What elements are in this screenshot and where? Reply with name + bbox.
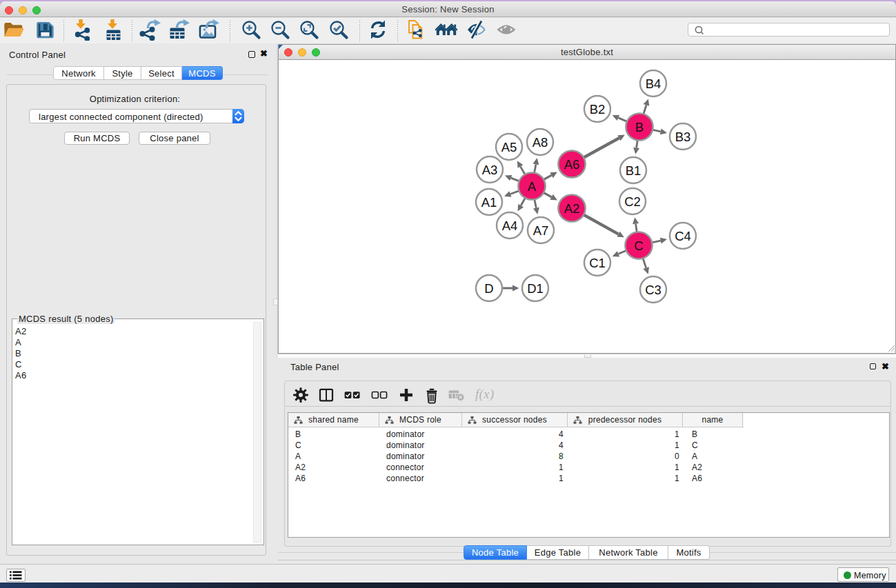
svg-text:B: B (635, 120, 644, 134)
svg-text:A2: A2 (564, 201, 580, 216)
svg-text:A3: A3 (482, 163, 498, 177)
svg-text:B1: B1 (626, 163, 641, 178)
svg-text:A: A (528, 179, 537, 194)
svg-text:B2: B2 (590, 102, 606, 116)
svg-text:C1: C1 (589, 256, 606, 270)
svg-text:D: D (484, 281, 493, 296)
svg-text:A5: A5 (501, 140, 517, 154)
svg-text:C: C (634, 239, 643, 253)
svg-text:A8: A8 (532, 135, 548, 150)
svg-text:B3: B3 (675, 130, 691, 144)
svg-text:A6: A6 (564, 157, 580, 172)
svg-text:A1: A1 (481, 195, 497, 210)
svg-text:C3: C3 (645, 283, 661, 297)
svg-text:A4: A4 (502, 219, 518, 233)
svg-text:D1: D1 (527, 281, 544, 296)
svg-text:C2: C2 (624, 194, 641, 209)
svg-text:B4: B4 (646, 77, 661, 91)
svg-text:C4: C4 (675, 229, 691, 243)
svg-text:A7: A7 (533, 223, 549, 238)
